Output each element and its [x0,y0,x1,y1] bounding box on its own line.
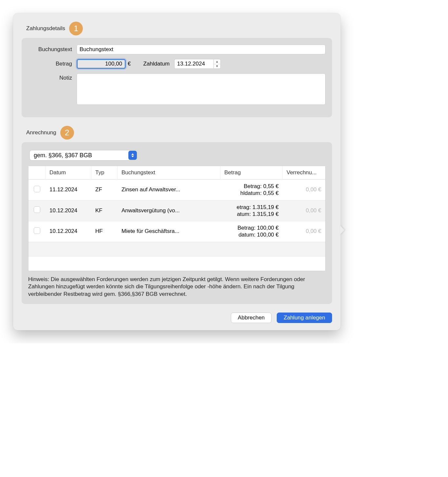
betrag-label: Betrag [28,61,77,67]
cell-typ: KF [91,200,118,221]
zahldatum-label: Zahldatum [143,61,169,67]
popover-arrow [340,225,345,235]
section-title-anrechnung-label: Anrechnung [26,129,56,136]
currency-symbol: € [128,61,131,67]
row-checkbox[interactable] [34,227,40,234]
cell-text: Miete für Geschäftsra... [118,221,220,242]
col-betrag[interactable]: Betrag [220,166,283,180]
table-row[interactable]: 10.12.2024KFAnwaltsvergütung (vo...etrag… [28,200,325,221]
anrechnung-select[interactable] [29,150,138,161]
buchungstext-label: Buchungstext [28,46,77,53]
step-badge-2: 2 [60,126,74,140]
col-buchungstext[interactable]: Buchungstext [118,166,220,180]
section-title-details: Zahlungsdetails 1 [26,22,332,35]
table-row[interactable]: 10.12.2024HFMiete für Geschäftsra...Betr… [28,221,325,242]
cell-datum: 11.12.2024 [46,180,91,200]
section-title-anrechnung: Anrechnung 2 [26,126,332,140]
dialog-buttons: Abbrechen Zahlung anlegen [22,313,332,323]
details-panel: Buchungstext Betrag € Zahldatum ▲ ▼ Noti… [22,38,332,117]
col-verrechnung[interactable]: Verrechnu... [283,166,325,180]
stepper-down-icon[interactable]: ▼ [214,64,220,69]
cell-typ: HF [91,221,118,242]
section-title-details-label: Zahlungsdetails [26,25,65,32]
table-row[interactable]: 11.12.2024ZFZinsen auf Anwaltsver...Betr… [28,180,325,200]
cell-verrechnung: 0,00 € [283,180,325,200]
cell-datum: 10.12.2024 [46,200,91,221]
buchungstext-input[interactable] [77,45,326,54]
cell-betrag: Betrag: 0,55 €hldatum: 0,55 € [224,183,279,197]
row-checkbox[interactable] [34,206,40,213]
notiz-input[interactable] [77,73,326,105]
stepper-up-icon[interactable]: ▲ [214,59,220,64]
cell-verrechnung: 0,00 € [283,221,325,242]
date-stepper[interactable]: ▲ ▼ [214,59,221,69]
notiz-label: Notiz [28,73,77,81]
cell-datum: 10.12.2024 [46,221,91,242]
payment-dialog: Zahlungsdetails 1 Buchungstext Betrag € … [13,13,341,330]
cell-text: Anwaltsvergütung (vo... [118,200,220,221]
cell-text: Zinsen auf Anwaltsver... [118,180,220,200]
forderungen-table: Datum Typ Buchungstext Betrag Verrechnu.… [28,166,326,271]
zahldatum-input[interactable] [174,59,214,69]
betrag-input[interactable] [77,59,126,69]
col-datum[interactable]: Datum [46,166,91,180]
row-checkbox[interactable] [34,186,40,192]
col-typ[interactable]: Typ [91,166,118,180]
step-badge-1: 1 [69,22,83,35]
cell-betrag: Betrag: 100,00 €datum: 100,00 € [224,224,279,238]
cancel-button[interactable]: Abbrechen [231,313,271,323]
hint-text: Hinweis: Die ausgewählten Forderungen we… [28,276,326,298]
cell-verrechnung: 0,00 € [283,200,325,221]
select-chevrons-icon[interactable] [128,151,137,160]
anrechnung-panel: Datum Typ Buchungstext Betrag Verrechnu.… [22,142,332,304]
cell-betrag: etrag: 1.315,19 €atum: 1.315,19 € [224,204,279,218]
submit-button[interactable]: Zahlung anlegen [277,313,332,323]
cell-typ: ZF [91,180,118,200]
